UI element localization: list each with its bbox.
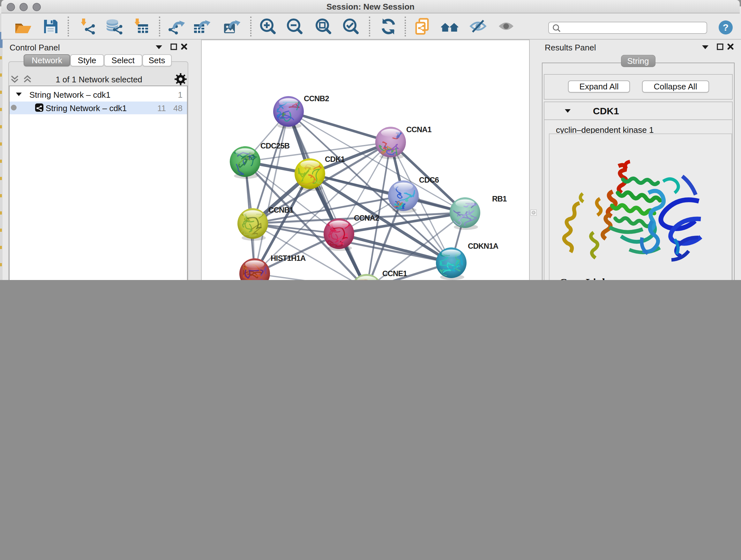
svg-text:CDC6: CDC6	[419, 176, 439, 184]
svg-text:CDK1: CDK1	[325, 155, 345, 164]
svg-text:CCNA2: CCNA2	[354, 213, 379, 222]
svg-text:RB1: RB1	[492, 194, 507, 203]
svg-text:HIST1H1A: HIST1H1A	[271, 254, 306, 262]
svg-text:CCNA1: CCNA1	[406, 125, 431, 134]
svg-text:CCNE1: CCNE1	[382, 269, 407, 278]
svg-text:CCNB1: CCNB1	[268, 206, 293, 214]
svg-text:CCNB2: CCNB2	[304, 94, 329, 103]
svg-text:CDKN1A: CDKN1A	[468, 242, 498, 250]
svg-text:CDC25B: CDC25B	[260, 141, 290, 150]
